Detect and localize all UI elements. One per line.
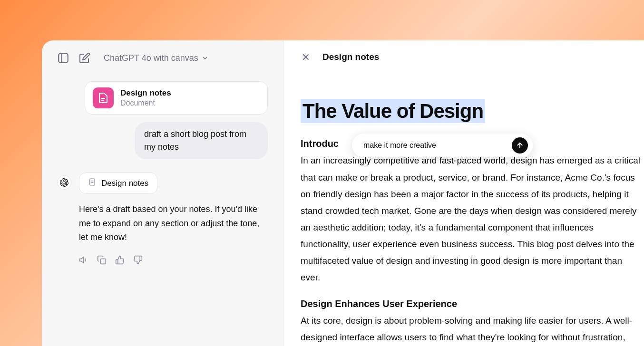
section-body-2[interactable]: At its core, design is about problem-sol… (301, 312, 644, 346)
app-window: ChatGPT 4o with canvas Design notes (42, 40, 644, 346)
chevron-down-icon (201, 54, 209, 62)
document-heading[interactable]: The Value of Design (301, 99, 485, 123)
inline-edit-input[interactable] (352, 134, 533, 157)
reference-chip[interactable]: Design notes (79, 173, 157, 194)
arrow-up-icon (516, 141, 524, 150)
attachment-subtitle: Document (120, 98, 171, 108)
model-name: ChatGPT 4o with canvas (104, 53, 198, 63)
model-selector[interactable]: ChatGPT 4o with canvas (104, 53, 209, 63)
canvas-header: Design notes (301, 52, 644, 62)
close-icon[interactable] (301, 52, 311, 62)
new-chat-icon[interactable] (79, 52, 90, 64)
canvas-panel: Design notes The Value of Design Introdu… (283, 40, 644, 346)
document-icon (93, 87, 114, 108)
copy-icon[interactable] (97, 255, 107, 265)
message-actions (79, 255, 268, 265)
svg-rect-8 (101, 259, 106, 264)
assistant-text: Here's a draft based on your notes. If y… (79, 202, 268, 245)
inline-edit-field[interactable] (363, 141, 506, 150)
thumbs-down-icon[interactable] (133, 255, 143, 265)
user-message: draft a short blog post from my notes (135, 122, 268, 159)
assistant-avatar-icon (57, 175, 71, 190)
reference-chip-label: Design notes (101, 179, 148, 188)
attachment-card[interactable]: Design notes Document (85, 81, 268, 115)
document-small-icon (88, 178, 97, 189)
assistant-message: Design notes Here's a draft based on you… (57, 173, 268, 265)
section-body-1[interactable]: In an increasingly competitive and fast-… (301, 152, 644, 286)
section-title-2[interactable]: Design Enhances User Experience (301, 298, 644, 309)
chat-panel: ChatGPT 4o with canvas Design notes (42, 40, 283, 346)
svg-rect-0 (59, 53, 68, 63)
thumbs-up-icon[interactable] (115, 255, 125, 265)
attachment-title: Design notes (120, 88, 171, 98)
svg-marker-7 (80, 257, 84, 263)
send-button[interactable] (512, 137, 528, 154)
canvas-title: Design notes (322, 52, 379, 62)
conversation-area: Design notes Document draft a short blog… (57, 81, 268, 173)
chat-header: ChatGPT 4o with canvas (57, 52, 268, 64)
sidebar-toggle-icon[interactable] (57, 52, 69, 64)
speaker-icon[interactable] (79, 255, 88, 265)
